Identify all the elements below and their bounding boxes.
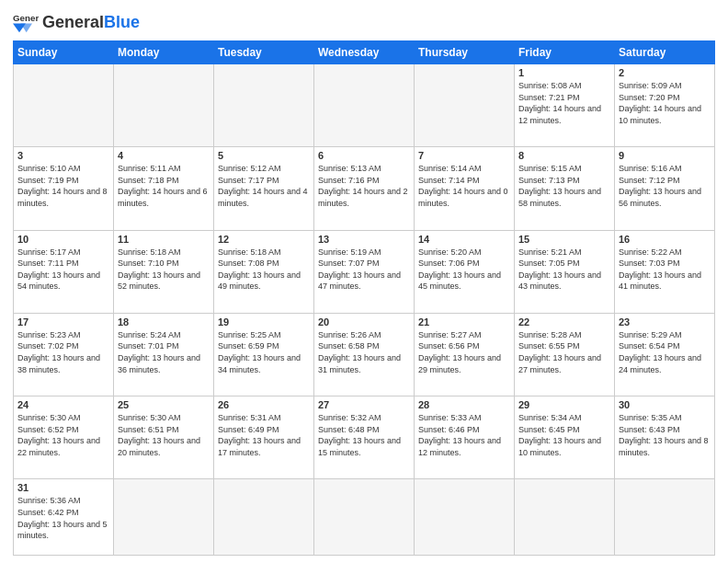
day-number: 15: [518, 234, 610, 245]
day-info: Sunrise: 5:14 AM Sunset: 7:14 PM Dayligh…: [418, 163, 510, 209]
day-number: 3: [17, 150, 109, 161]
header-monday: Monday: [114, 41, 214, 64]
calendar-cell: [214, 64, 314, 147]
day-info: Sunrise: 5:35 AM Sunset: 6:43 PM Dayligh…: [619, 412, 711, 458]
calendar-cell: 9Sunrise: 5:16 AM Sunset: 7:12 PM Daylig…: [615, 147, 715, 230]
calendar-cell: 13Sunrise: 5:19 AM Sunset: 7:07 PM Dayli…: [314, 230, 415, 313]
day-info: Sunrise: 5:08 AM Sunset: 7:21 PM Dayligh…: [518, 80, 610, 126]
day-info: Sunrise: 5:30 AM Sunset: 6:52 PM Dayligh…: [17, 412, 109, 458]
day-number: 10: [17, 234, 109, 245]
day-number: 19: [218, 316, 310, 327]
day-number: 12: [218, 234, 310, 245]
calendar-cell: [314, 479, 415, 556]
calendar-cell: 28Sunrise: 5:33 AM Sunset: 6:46 PM Dayli…: [415, 396, 515, 479]
day-info: Sunrise: 5:36 AM Sunset: 6:42 PM Dayligh…: [17, 495, 109, 541]
header-wednesday: Wednesday: [314, 41, 415, 64]
calendar-cell: [415, 64, 515, 147]
day-info: Sunrise: 5:34 AM Sunset: 6:45 PM Dayligh…: [518, 412, 610, 458]
day-info: Sunrise: 5:18 AM Sunset: 7:08 PM Dayligh…: [218, 247, 310, 293]
day-info: Sunrise: 5:17 AM Sunset: 7:11 PM Dayligh…: [17, 247, 109, 293]
day-number: 7: [418, 150, 510, 161]
day-number: 9: [619, 150, 711, 161]
header-friday: Friday: [515, 41, 615, 64]
day-number: 6: [318, 150, 410, 161]
calendar-cell: 11Sunrise: 5:18 AM Sunset: 7:10 PM Dayli…: [114, 230, 214, 313]
calendar-cell: 12Sunrise: 5:18 AM Sunset: 7:08 PM Dayli…: [214, 230, 314, 313]
day-number: 20: [318, 316, 410, 327]
calendar-cell: [615, 479, 715, 556]
day-info: Sunrise: 5:19 AM Sunset: 7:07 PM Dayligh…: [318, 247, 410, 293]
day-number: 16: [619, 234, 711, 245]
calendar-cell: 25Sunrise: 5:30 AM Sunset: 6:51 PM Dayli…: [114, 396, 214, 479]
day-number: 30: [619, 399, 711, 410]
calendar-table: Sunday Monday Tuesday Wednesday Thursday…: [13, 40, 715, 556]
day-info: Sunrise: 5:27 AM Sunset: 6:56 PM Dayligh…: [418, 329, 510, 375]
day-info: Sunrise: 5:13 AM Sunset: 7:16 PM Dayligh…: [318, 163, 410, 209]
calendar-cell: 6Sunrise: 5:13 AM Sunset: 7:16 PM Daylig…: [314, 147, 415, 230]
day-number: 28: [418, 399, 510, 410]
day-number: 27: [318, 399, 410, 410]
day-info: Sunrise: 5:16 AM Sunset: 7:12 PM Dayligh…: [619, 163, 711, 209]
calendar-cell: 15Sunrise: 5:21 AM Sunset: 7:05 PM Dayli…: [515, 230, 615, 313]
day-number: 22: [518, 316, 610, 327]
calendar-cell: 18Sunrise: 5:24 AM Sunset: 7:01 PM Dayli…: [114, 313, 214, 396]
calendar-cell: 22Sunrise: 5:28 AM Sunset: 6:55 PM Dayli…: [515, 313, 615, 396]
day-info: Sunrise: 5:15 AM Sunset: 7:13 PM Dayligh…: [518, 163, 610, 209]
day-number: 4: [118, 150, 210, 161]
day-number: 24: [17, 399, 109, 410]
calendar-cell: [214, 479, 314, 556]
calendar-cell: [415, 479, 515, 556]
day-info: Sunrise: 5:18 AM Sunset: 7:10 PM Dayligh…: [118, 247, 210, 293]
day-number: 18: [118, 316, 210, 327]
calendar-cell: 4Sunrise: 5:11 AM Sunset: 7:18 PM Daylig…: [114, 147, 214, 230]
day-info: Sunrise: 5:29 AM Sunset: 6:54 PM Dayligh…: [619, 329, 711, 375]
day-info: Sunrise: 5:23 AM Sunset: 7:02 PM Dayligh…: [17, 329, 109, 375]
day-info: Sunrise: 5:24 AM Sunset: 7:01 PM Dayligh…: [118, 329, 210, 375]
day-number: 13: [318, 234, 410, 245]
page: General GeneralBlue Sunday Monday Tuesda…: [0, 0, 728, 563]
calendar-cell: 31Sunrise: 5:36 AM Sunset: 6:42 PM Dayli…: [14, 479, 114, 556]
day-number: 26: [218, 399, 310, 410]
day-info: Sunrise: 5:09 AM Sunset: 7:20 PM Dayligh…: [619, 80, 711, 126]
header-tuesday: Tuesday: [214, 41, 314, 64]
svg-text:General: General: [13, 13, 39, 23]
day-number: 5: [218, 150, 310, 161]
weekday-header-row: Sunday Monday Tuesday Wednesday Thursday…: [14, 41, 715, 64]
day-info: Sunrise: 5:20 AM Sunset: 7:06 PM Dayligh…: [418, 247, 510, 293]
day-info: Sunrise: 5:11 AM Sunset: 7:18 PM Dayligh…: [118, 163, 210, 209]
calendar-cell: 17Sunrise: 5:23 AM Sunset: 7:02 PM Dayli…: [14, 313, 114, 396]
header-thursday: Thursday: [415, 41, 515, 64]
calendar-cell: 27Sunrise: 5:32 AM Sunset: 6:48 PM Dayli…: [314, 396, 415, 479]
calendar-cell: [114, 64, 214, 147]
calendar-cell: 14Sunrise: 5:20 AM Sunset: 7:06 PM Dayli…: [415, 230, 515, 313]
day-number: 11: [118, 234, 210, 245]
generalblue-logo-icon: General: [13, 9, 39, 35]
day-info: Sunrise: 5:30 AM Sunset: 6:51 PM Dayligh…: [118, 412, 210, 458]
calendar-cell: 3Sunrise: 5:10 AM Sunset: 7:19 PM Daylig…: [14, 147, 114, 230]
calendar-cell: 24Sunrise: 5:30 AM Sunset: 6:52 PM Dayli…: [14, 396, 114, 479]
day-info: Sunrise: 5:33 AM Sunset: 6:46 PM Dayligh…: [418, 412, 510, 458]
calendar-cell: [314, 64, 415, 147]
calendar-cell: 26Sunrise: 5:31 AM Sunset: 6:49 PM Dayli…: [214, 396, 314, 479]
calendar-cell: 21Sunrise: 5:27 AM Sunset: 6:56 PM Dayli…: [415, 313, 515, 396]
day-info: Sunrise: 5:12 AM Sunset: 7:17 PM Dayligh…: [218, 163, 310, 209]
calendar-cell: 1Sunrise: 5:08 AM Sunset: 7:21 PM Daylig…: [515, 64, 615, 147]
day-number: 17: [17, 316, 109, 327]
day-number: 21: [418, 316, 510, 327]
day-number: 2: [619, 67, 711, 78]
calendar-cell: 2Sunrise: 5:09 AM Sunset: 7:20 PM Daylig…: [615, 64, 715, 147]
header-sunday: Sunday: [14, 41, 114, 64]
calendar-cell: [14, 64, 114, 147]
day-number: 31: [17, 482, 109, 493]
calendar-cell: 29Sunrise: 5:34 AM Sunset: 6:45 PM Dayli…: [515, 396, 615, 479]
calendar-cell: 20Sunrise: 5:26 AM Sunset: 6:58 PM Dayli…: [314, 313, 415, 396]
day-number: 29: [518, 399, 610, 410]
day-number: 8: [518, 150, 610, 161]
day-info: Sunrise: 5:25 AM Sunset: 6:59 PM Dayligh…: [218, 329, 310, 375]
day-info: Sunrise: 5:10 AM Sunset: 7:19 PM Dayligh…: [17, 163, 109, 209]
day-info: Sunrise: 5:28 AM Sunset: 6:55 PM Dayligh…: [518, 329, 610, 375]
calendar-cell: 10Sunrise: 5:17 AM Sunset: 7:11 PM Dayli…: [14, 230, 114, 313]
day-info: Sunrise: 5:22 AM Sunset: 7:03 PM Dayligh…: [619, 247, 711, 293]
day-number: 25: [118, 399, 210, 410]
header-saturday: Saturday: [615, 41, 715, 64]
